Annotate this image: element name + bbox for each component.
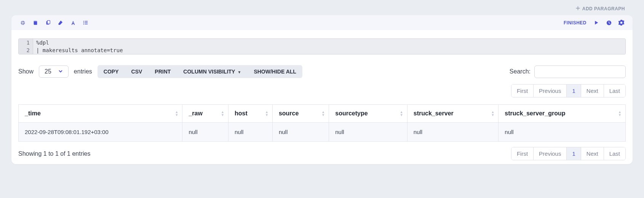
pager-top: First Previous 1 Next Last <box>18 84 626 97</box>
notebook-card: FINISHED 1 %dpl 2 | makeresults annotate… <box>11 15 633 164</box>
show-hide-all-button[interactable]: SHOW/HIDE ALL <box>247 65 302 78</box>
add-paragraph-label: ADD PARAGRAPH <box>582 6 625 11</box>
copy-icon[interactable] <box>45 20 51 26</box>
svg-rect-2 <box>47 20 50 24</box>
toolbar-left <box>20 20 88 26</box>
sort-icon: ▲▼ <box>400 111 403 117</box>
search-input[interactable] <box>534 65 626 78</box>
print-button[interactable]: PRINT <box>148 65 177 78</box>
collapse-icon[interactable] <box>20 20 26 26</box>
pager-next[interactable]: Next <box>581 85 604 97</box>
col-host[interactable]: host▲▼ <box>228 105 272 123</box>
sort-icon: ▲▼ <box>491 111 494 117</box>
status-text: FINISHED <box>564 20 586 26</box>
line-number: 1 <box>19 39 33 46</box>
pager-next[interactable]: Next <box>581 147 604 160</box>
column-visibility-button[interactable]: COLUMN VISIBILITY▼ <box>177 65 247 78</box>
cell-time: 2022-09-28T09:08:01.192+03:00 <box>19 123 182 142</box>
add-paragraph-button[interactable]: ADD PARAGRAPH <box>576 6 625 11</box>
export-button-group: COPY CSV PRINT COLUMN VISIBILITY▼ SHOW/H… <box>97 65 302 78</box>
col-raw[interactable]: _raw▲▼ <box>182 105 229 123</box>
code-line[interactable]: %dpl <box>33 39 625 46</box>
sort-icon: ▲▼ <box>618 111 622 117</box>
sort-icon: ▲▼ <box>221 111 224 117</box>
column-visibility-label: COLUMN VISIBILITY <box>183 69 235 75</box>
plus-icon <box>576 6 580 11</box>
col-struck-server-group[interactable]: struck_server_group▲▼ <box>499 105 626 123</box>
sort-icon: ▲▼ <box>321 111 325 117</box>
table-info: Showing 1 to 1 of 1 entries <box>18 150 90 157</box>
cell-struck-server: null <box>407 123 499 142</box>
svg-point-3 <box>83 21 84 22</box>
font-icon[interactable] <box>70 20 76 26</box>
svg-rect-6 <box>85 22 88 23</box>
col-struck-server[interactable]: struck_server▲▼ <box>407 105 499 123</box>
list-icon[interactable] <box>83 20 88 26</box>
pager-first[interactable]: First <box>511 147 533 160</box>
page-size-value: 25 <box>45 68 51 75</box>
chevron-down-icon <box>58 68 63 75</box>
col-time[interactable]: _time▲▼ <box>19 105 182 123</box>
pager-page-1[interactable]: 1 <box>566 85 580 97</box>
card-header: FINISHED <box>11 15 633 30</box>
table-row: 2022-09-28T09:08:01.192+03:00 null null … <box>19 123 626 142</box>
line-number: 2 <box>19 46 33 54</box>
table-footer: Showing 1 to 1 of 1 entries First Previo… <box>18 147 626 160</box>
cell-struck-server-group: null <box>499 123 626 142</box>
card-body: 1 %dpl 2 | makeresults annotate=true Sho… <box>11 30 633 164</box>
svg-rect-8 <box>85 24 88 25</box>
sort-icon: ▲▼ <box>265 111 268 117</box>
pager-bottom: First Previous 1 Next Last <box>511 147 626 160</box>
run-icon[interactable] <box>593 20 599 26</box>
cell-raw: null <box>182 123 229 142</box>
page-top-bar: ADD PARAGRAPH <box>11 4 633 15</box>
cell-host: null <box>228 123 272 142</box>
controls-left: Show 25 entries COPY CSV PRINT COLUMN VI… <box>18 65 302 78</box>
book-icon[interactable] <box>32 20 38 26</box>
csv-button[interactable]: CSV <box>125 65 149 78</box>
toolbar-right: FINISHED <box>564 20 624 26</box>
eraser-icon[interactable] <box>58 20 63 26</box>
col-sourcetype[interactable]: sourcetype▲▼ <box>329 105 407 123</box>
controls-right: Search: <box>510 65 626 78</box>
pager: First Previous 1 Next Last <box>511 84 626 97</box>
results-table: _time▲▼ _raw▲▼ host▲▼ source▲▼ sourcetyp… <box>18 104 626 142</box>
cell-source: null <box>272 123 329 142</box>
page-size-select[interactable]: 25 <box>39 65 69 78</box>
col-source[interactable]: source▲▼ <box>272 105 329 123</box>
pager-last[interactable]: Last <box>604 147 625 160</box>
svg-rect-4 <box>85 21 88 22</box>
entries-label: entries <box>74 68 92 75</box>
clock-icon[interactable] <box>606 20 612 26</box>
show-label: Show <box>18 68 34 75</box>
pager-previous[interactable]: Previous <box>533 85 566 97</box>
pager-first[interactable]: First <box>511 85 533 97</box>
cell-sourcetype: null <box>329 123 407 142</box>
svg-rect-0 <box>34 21 37 21</box>
copy-button[interactable]: COPY <box>97 65 125 78</box>
table-controls: Show 25 entries COPY CSV PRINT COLUMN VI… <box>18 65 626 78</box>
code-editor[interactable]: 1 %dpl 2 | makeresults annotate=true <box>18 38 626 54</box>
gear-icon[interactable] <box>618 20 624 26</box>
pager-previous[interactable]: Previous <box>533 147 566 160</box>
svg-point-7 <box>83 24 84 24</box>
pager-page-1[interactable]: 1 <box>566 147 580 160</box>
svg-point-5 <box>83 22 84 23</box>
caret-down-icon: ▼ <box>237 70 241 74</box>
search-label: Search: <box>510 68 531 75</box>
pager-last[interactable]: Last <box>604 85 625 97</box>
sort-icon: ▲▼ <box>175 111 178 117</box>
table-header-row: _time▲▼ _raw▲▼ host▲▼ source▲▼ sourcetyp… <box>19 105 626 123</box>
code-line[interactable]: | makeresults annotate=true <box>33 46 625 54</box>
